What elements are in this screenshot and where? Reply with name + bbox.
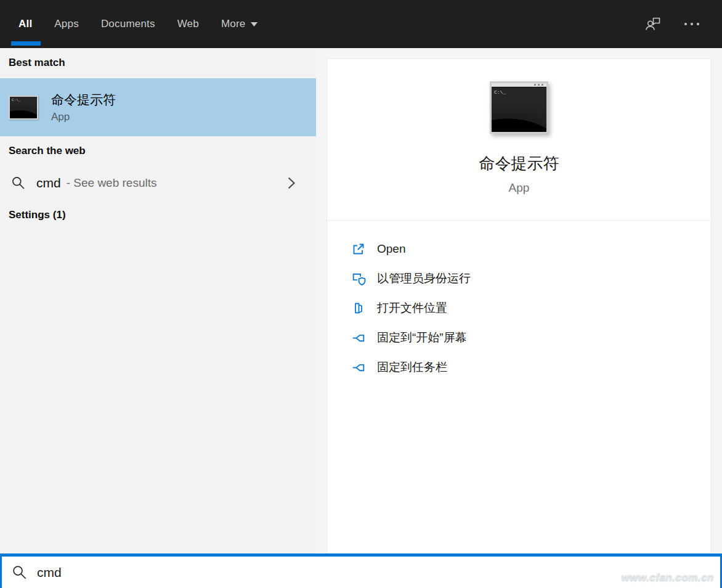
best-match-result-cmd[interactable]: C:\_ 命令提示符 App bbox=[0, 78, 316, 136]
web-query-text: cmd bbox=[36, 176, 61, 190]
action-open-file-location[interactable]: 打开文件位置 bbox=[327, 293, 711, 323]
preview-app-title: 命令提示符 bbox=[327, 153, 711, 174]
action-label: 固定到任务栏 bbox=[377, 359, 447, 375]
preview-card: C:\_ 命令提示符 App Open bbox=[327, 59, 712, 553]
action-label: 固定到“开始”屏幕 bbox=[377, 330, 467, 346]
open-file-location-icon bbox=[351, 300, 367, 316]
chevron-right-icon[interactable] bbox=[287, 176, 296, 190]
web-hint-text: - See web results bbox=[67, 176, 157, 190]
open-external-icon bbox=[351, 241, 367, 257]
tab-web-label: Web bbox=[177, 18, 199, 30]
tab-web[interactable]: Web bbox=[177, 0, 199, 48]
terminal-prompt-text: C:\_ bbox=[12, 98, 20, 102]
tab-more-label: More bbox=[221, 18, 246, 30]
search-bar: www.cfan.com.cn bbox=[0, 553, 722, 588]
tab-all-label: All bbox=[18, 18, 32, 30]
best-match-header: Best match bbox=[9, 57, 316, 69]
search-icon bbox=[11, 176, 26, 190]
chevron-down-icon bbox=[251, 22, 258, 27]
search-icon bbox=[12, 565, 28, 581]
pin-icon bbox=[351, 359, 367, 375]
cmd-window-icon-large: C:\_ bbox=[490, 81, 548, 134]
action-run-as-admin[interactable]: 以管理员身份运行 bbox=[327, 264, 711, 293]
search-web-header: Search the web bbox=[9, 145, 316, 157]
preview-app-type: App bbox=[327, 181, 711, 195]
terminal-prompt-text: C:\_ bbox=[494, 89, 506, 95]
results-panel: Best match C:\_ 命令提示符 App Search the web… bbox=[0, 48, 316, 553]
action-label: 打开文件位置 bbox=[377, 300, 447, 316]
cmd-window-icon: C:\_ bbox=[9, 96, 38, 120]
windows-search-flyout: All Apps Documents Web More bbox=[0, 0, 722, 588]
best-match-subtitle: App bbox=[51, 111, 116, 123]
header-icons bbox=[644, 0, 700, 48]
best-match-title: 命令提示符 bbox=[51, 91, 116, 108]
tab-apps-label: Apps bbox=[54, 18, 79, 30]
tab-all[interactable]: All bbox=[18, 0, 32, 48]
cmd-window-titlebar bbox=[492, 83, 546, 87]
search-filter-header: All Apps Documents Web More bbox=[0, 0, 722, 48]
action-label: Open bbox=[377, 242, 405, 256]
run-as-admin-shield-icon bbox=[351, 271, 367, 287]
context-actions: Open 以管理员身份运行 bbox=[327, 221, 711, 382]
action-pin-to-taskbar[interactable]: 固定到任务栏 bbox=[327, 353, 711, 382]
tab-documents-label: Documents bbox=[101, 18, 155, 30]
pin-icon bbox=[351, 330, 367, 346]
search-input[interactable] bbox=[37, 565, 530, 580]
tab-apps[interactable]: Apps bbox=[54, 0, 79, 48]
settings-header: Settings (1) bbox=[9, 209, 316, 221]
tab-more[interactable]: More bbox=[221, 0, 258, 48]
tab-documents[interactable]: Documents bbox=[101, 0, 155, 48]
filter-tabs: All Apps Documents Web More bbox=[0, 0, 280, 48]
watermark-text: www.cfan.com.cn bbox=[622, 571, 714, 584]
ellipsis-icon[interactable] bbox=[684, 22, 700, 26]
user-feedback-icon[interactable] bbox=[644, 16, 662, 32]
web-result-row[interactable]: cmd - See web results bbox=[0, 166, 316, 200]
action-open[interactable]: Open bbox=[327, 234, 711, 264]
preview-panel: C:\_ 命令提示符 App Open bbox=[316, 48, 722, 553]
action-pin-to-start[interactable]: 固定到“开始”屏幕 bbox=[327, 323, 711, 353]
action-label: 以管理员身份运行 bbox=[377, 271, 471, 287]
